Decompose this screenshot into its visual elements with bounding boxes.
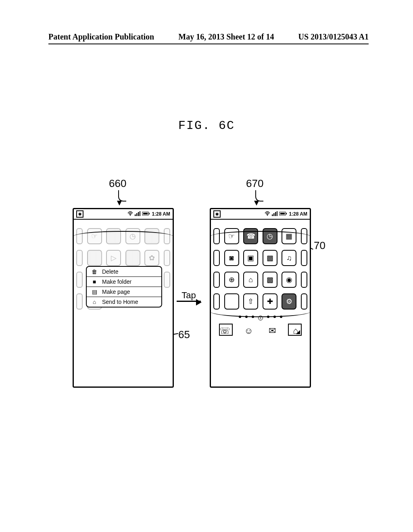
app-disc-icon[interactable]: ◉ (282, 272, 296, 288)
app-music-icon[interactable]: ♫ (282, 250, 296, 266)
app-icon[interactable] (213, 272, 220, 288)
svg-rect-12 (277, 211, 277, 216)
svg-rect-7 (149, 213, 150, 214)
clock-time: 1:28 AM (152, 211, 170, 217)
ctx-item-label: Make folder (102, 278, 131, 285)
phone-left: ✱ 1:28 AM ☞ ◷ (73, 208, 174, 388)
lead-hook (118, 190, 126, 202)
ctx-item-label: Make page (102, 289, 130, 295)
wifi-icon (127, 211, 133, 217)
app-puzzle-icon[interactable]: ✚ (263, 293, 277, 310)
clock-time: 1:28 AM (289, 211, 307, 217)
svg-rect-11 (275, 212, 276, 216)
app-icon[interactable] (301, 272, 307, 288)
ctx-delete[interactable]: 🗑 Delete (87, 267, 161, 276)
ctx-send-home[interactable]: ⌂ Send to Home (87, 297, 161, 307)
callout-65: 65 (178, 328, 190, 341)
tap-gesture: Tap (177, 290, 201, 302)
app-market-icon[interactable]: ⌂ (243, 272, 258, 288)
tap-label: Tap (181, 290, 196, 301)
svg-rect-1 (135, 214, 136, 216)
bluetooth-icon: ✱ (76, 210, 83, 218)
context-menu: 🗑 Delete ■ Make folder ▤ Make page ⌂ Sen… (86, 266, 162, 308)
app-share-icon[interactable]: ⇧ (243, 293, 258, 310)
arrow-right-icon (177, 301, 201, 302)
app-gallery-icon[interactable]: ▩ (263, 250, 277, 266)
svg-rect-9 (272, 214, 273, 216)
svg-point-8 (267, 214, 268, 215)
app-icon[interactable] (213, 293, 220, 310)
app-grid-icon[interactable]: ▩ (263, 272, 277, 288)
page-icon: ▤ (91, 289, 98, 295)
callout-660: 660 (109, 177, 126, 190)
app-camera-icon[interactable]: ◙ (224, 250, 239, 266)
app-icon[interactable] (164, 250, 170, 266)
svg-rect-14 (280, 213, 285, 214)
svg-rect-3 (138, 212, 139, 216)
app-icon[interactable] (301, 293, 307, 310)
figure-title: FIG. 6C (0, 119, 413, 133)
status-bar: ✱ 1:28 AM (211, 209, 310, 220)
battery-icon (142, 211, 150, 217)
app-icon[interactable]: ✿ (144, 250, 159, 266)
ctx-make-page[interactable]: ▤ Make page (87, 287, 161, 297)
app-icon[interactable] (87, 250, 102, 266)
app-icon[interactable] (76, 272, 83, 288)
callout-670: 670 (246, 177, 263, 190)
svg-rect-4 (140, 211, 140, 216)
app-globe-icon[interactable]: ⊕ (224, 272, 239, 288)
svg-rect-2 (136, 213, 138, 216)
lead-hook (255, 190, 263, 202)
ctx-item-label: Delete (102, 268, 118, 275)
wifi-icon (265, 211, 270, 217)
lead-arrow (254, 201, 259, 206)
app-icon[interactable] (125, 250, 140, 266)
pub-right: US 2013/0125043 A1 (298, 32, 369, 42)
pub-center: May 16, 2013 Sheet 12 of 14 (178, 32, 274, 42)
phone-right: ✱ 1:28 AM ☞ ☎ ◷ ▦ (210, 208, 311, 388)
app-settings-icon[interactable]: ⚙ (282, 293, 296, 310)
ctx-make-folder[interactable]: ■ Make folder (87, 276, 161, 287)
trash-icon: 🗑 (91, 268, 98, 275)
svg-point-0 (130, 214, 131, 215)
folder-slot[interactable] (219, 324, 233, 336)
folder-icon: ■ (91, 278, 98, 285)
signal-icon (272, 211, 277, 217)
svg-rect-6 (143, 213, 148, 214)
app-icon[interactable] (76, 293, 83, 310)
app-icon[interactable] (213, 250, 220, 266)
home-icon: ⌂ (91, 299, 98, 305)
app-video-icon[interactable]: ▣ (243, 250, 258, 266)
app-icon[interactable] (301, 250, 307, 266)
ctx-item-label: Send to Home (102, 299, 138, 305)
app-icon[interactable] (76, 250, 83, 266)
status-bar: ✱ 1:28 AM (74, 209, 173, 220)
bluetooth-icon: ✱ (213, 210, 221, 218)
signal-icon (135, 211, 140, 217)
header-rule (48, 44, 369, 44)
svg-rect-15 (286, 213, 287, 214)
battery-icon (279, 211, 287, 217)
lead-arrow (117, 201, 122, 206)
app-empty-slot[interactable] (224, 293, 239, 310)
callout-70: 70 (314, 239, 325, 252)
app-icon[interactable]: ▷ (106, 250, 121, 266)
folder-slot[interactable] (288, 324, 302, 336)
svg-rect-10 (273, 213, 275, 216)
pub-left: Patent Application Publication (48, 32, 154, 42)
app-icon[interactable] (164, 272, 170, 288)
